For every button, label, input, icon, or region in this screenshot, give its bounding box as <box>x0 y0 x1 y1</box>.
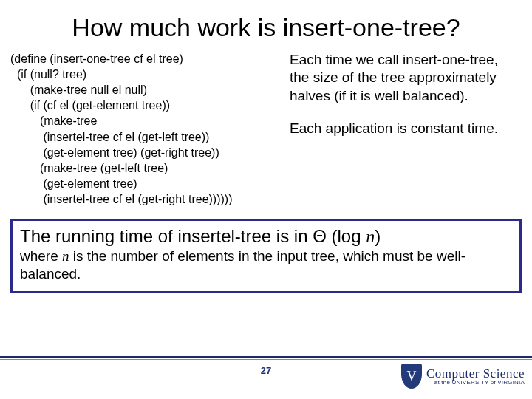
content-columns: (define (insert-one-tree cf el tree) (if… <box>0 45 532 207</box>
code-block: (define (insert-one-tree cf el tree) (if… <box>10 51 284 207</box>
conclusion-text: The running time of insertel-tree is in <box>20 226 313 246</box>
slide-title: How much work is insert-one-tree? <box>0 0 532 45</box>
footer: 27 V Computer Science at the UNIVERSITY … <box>0 356 532 399</box>
shield-icon: V <box>401 364 422 389</box>
explanation: Each time we call insert-one-tree, the s… <box>290 51 519 207</box>
variable-n: n <box>62 248 69 264</box>
conclusion-line1: The running time of insertel-tree is in … <box>20 225 512 248</box>
conclusion-text: (log <box>327 226 366 246</box>
explanation-p2: Each application is constant time. <box>290 120 519 137</box>
theta-symbol: Θ <box>313 226 327 246</box>
logo: V Computer Science at the UNIVERSITY of … <box>401 364 525 389</box>
variable-n: n <box>366 227 375 246</box>
logo-line2: at the UNIVERSITY of VIRGINIA <box>426 380 525 386</box>
conclusion-box: The running time of insertel-tree is in … <box>10 219 522 293</box>
conclusion-text: is the number of elements in the input t… <box>20 248 466 282</box>
conclusion-text: ) <box>375 226 381 246</box>
conclusion-text: where <box>20 248 62 264</box>
logo-line1: Computer Science <box>426 367 525 380</box>
conclusion-line2: where n is the number of elements in the… <box>20 248 512 284</box>
logo-text: Computer Science at the UNIVERSITY of VI… <box>426 367 525 386</box>
footer-rule <box>0 359 532 360</box>
explanation-p1: Each time we call insert-one-tree, the s… <box>290 51 519 105</box>
